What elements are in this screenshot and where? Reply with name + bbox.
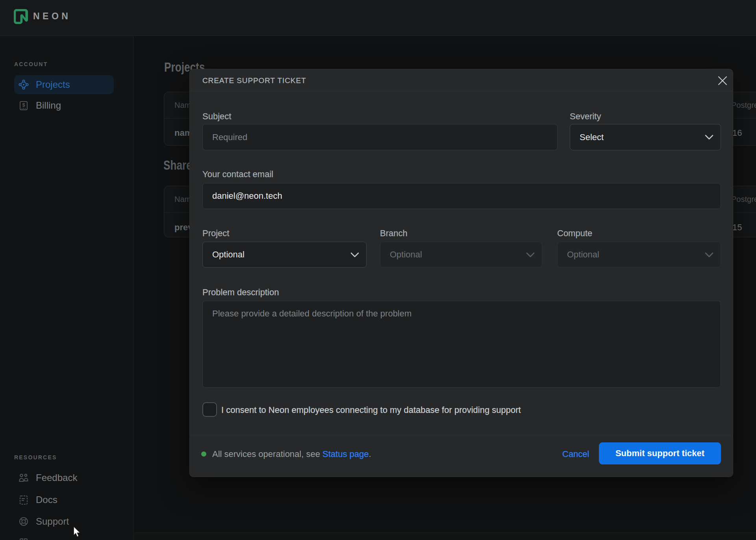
svg-text:$: $	[22, 102, 25, 108]
